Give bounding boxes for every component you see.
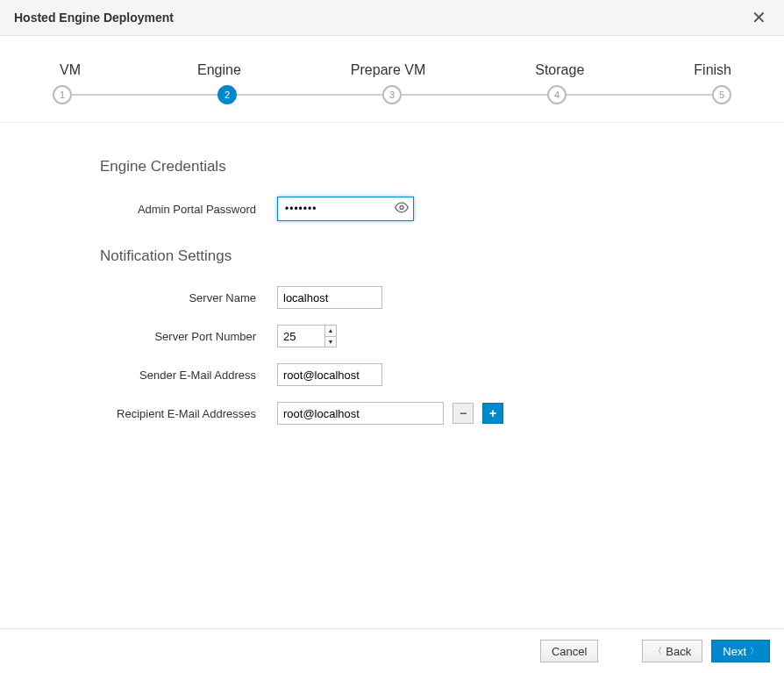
label-recipient-emails: Recipient E-Mail Addresses — [53, 407, 277, 420]
step-label-engine: Engine — [197, 62, 241, 78]
recipient-email-input[interactable] — [277, 402, 444, 425]
plus-icon: + — [489, 406, 496, 420]
next-label: Next — [723, 645, 746, 658]
add-recipient-button[interactable]: + — [482, 403, 503, 424]
chevron-right-icon: 〉 — [750, 645, 759, 657]
server-port-input[interactable] — [277, 325, 324, 347]
admin-password-input[interactable] — [277, 197, 414, 221]
remove-recipient-button[interactable]: − — [453, 403, 474, 424]
step-label-vm: VM — [53, 62, 88, 78]
step-circle-3[interactable]: 3 — [382, 85, 402, 104]
section-engine-credentials: Engine Credentials — [53, 158, 731, 175]
sender-email-input[interactable] — [277, 363, 382, 386]
close-icon[interactable]: ✕ — [748, 9, 770, 26]
step-line — [402, 94, 547, 96]
port-step-up[interactable]: ▲ — [324, 325, 337, 336]
label-server-name: Server Name — [53, 291, 277, 304]
label-admin-password: Admin Portal Password — [53, 203, 277, 216]
step-circle-2[interactable]: 2 — [217, 85, 237, 104]
eye-icon[interactable] — [395, 201, 409, 218]
modal-header: Hosted Engine Deployment ✕ — [0, 0, 784, 36]
next-button[interactable]: Next 〉 — [711, 640, 770, 662]
back-button[interactable]: 〈 Back — [642, 640, 702, 662]
step-line — [72, 94, 217, 96]
section-notification-settings: Notification Settings — [53, 247, 731, 265]
server-name-input[interactable] — [277, 286, 382, 309]
chevron-left-icon: 〈 — [653, 645, 662, 657]
port-step-down[interactable]: ▼ — [324, 336, 337, 348]
label-server-port: Server Port Number — [53, 330, 277, 343]
cancel-label: Cancel — [552, 645, 587, 658]
wizard-steps: VM Engine Prepare VM Storage Finish 1 2 … — [0, 36, 784, 123]
step-line — [237, 94, 382, 96]
step-label-prepare-vm: Prepare VM — [351, 62, 425, 78]
step-circle-4[interactable]: 4 — [547, 85, 567, 104]
label-sender-email: Sender E-Mail Address — [53, 369, 277, 382]
modal-footer: Cancel 〈 Back Next 〉 — [0, 628, 784, 673]
step-circle-5[interactable]: 5 — [712, 85, 731, 104]
minus-icon: − — [460, 406, 467, 420]
modal-title: Hosted Engine Deployment — [14, 11, 174, 25]
step-label-finish: Finish — [694, 62, 731, 78]
cancel-button[interactable]: Cancel — [540, 640, 598, 662]
step-line — [567, 94, 712, 96]
step-circle-1[interactable]: 1 — [53, 85, 72, 104]
back-label: Back — [666, 645, 691, 658]
form-content: Engine Credentials Admin Portal Password… — [0, 123, 784, 458]
step-label-storage: Storage — [535, 62, 584, 78]
svg-point-0 — [400, 206, 403, 210]
